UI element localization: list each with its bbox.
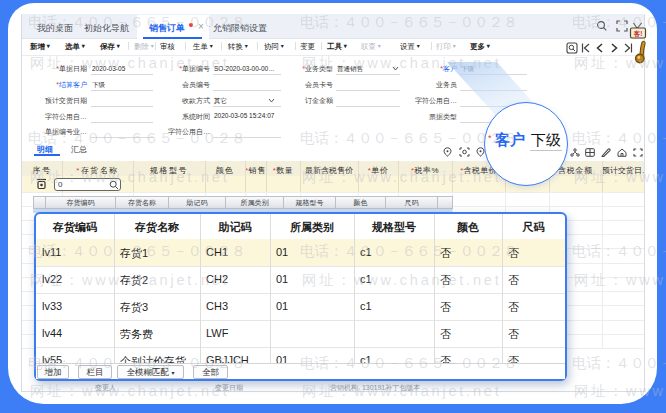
- svg-text:客!: 客!: [633, 30, 643, 38]
